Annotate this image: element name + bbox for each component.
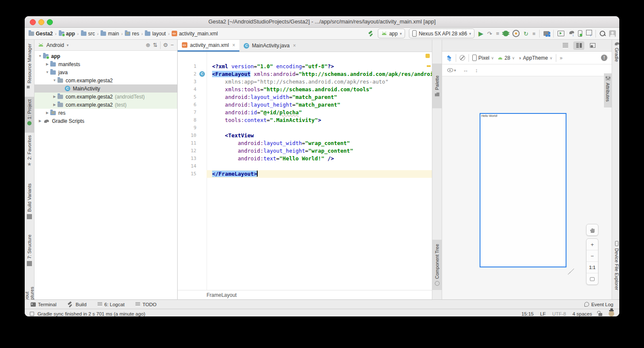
tool-window-button-6-logcat[interactable]: 6: Logcat: [98, 302, 124, 307]
locate-file-icon[interactable]: ⊕: [146, 42, 150, 48]
line-number[interactable]: 10: [178, 132, 207, 139]
resize-icon[interactable]: ↕: [475, 67, 478, 73]
tool-stripe-build-variants[interactable]: Build Variants: [25, 183, 34, 228]
line-number[interactable]: 6: [178, 101, 207, 109]
tree-item-com-example-gesta2[interactable]: ▼com.example.gesta2: [34, 76, 177, 84]
tree-item-app[interactable]: ▼app: [34, 52, 177, 60]
tool-window-button-terminal[interactable]: Terminal: [31, 302, 56, 307]
search-everywhere-icon[interactable]: [600, 31, 605, 36]
collapse-all-icon[interactable]: ⇅: [153, 42, 158, 48]
build-hammer-icon[interactable]: [368, 31, 374, 37]
canvas-resize-handle[interactable]: [568, 267, 575, 274]
line-number[interactable]: 14: [178, 162, 207, 170]
editor-breadcrumb[interactable]: FrameLayout: [178, 290, 432, 299]
tree-collapsed-icon[interactable]: ▶: [44, 62, 50, 66]
breadcrumb-item[interactable]: Gesta2: [29, 31, 53, 37]
close-icon[interactable]: ×: [232, 42, 235, 48]
code-line[interactable]: [207, 124, 432, 132]
line-number[interactable]: 15: [178, 170, 207, 178]
unlock-icon[interactable]: [598, 313, 602, 316]
gradle-sync-icon[interactable]: ↓: [568, 30, 574, 37]
apply-code-changes-icon[interactable]: ↻: [523, 30, 529, 37]
line-number[interactable]: 2C: [178, 70, 207, 78]
theme-picker[interactable]: ◑ AppTheme ∨: [518, 55, 553, 61]
line-number[interactable]: 7: [178, 109, 207, 116]
preview-canvas[interactable]: Hello World!: [480, 113, 566, 267]
indent-setting[interactable]: 4 spaces: [572, 311, 592, 316]
project-view-selector[interactable]: Android: [46, 42, 64, 48]
code-line[interactable]: android:layout_width="match_parent": [207, 93, 432, 101]
warning-marker[interactable]: [427, 65, 431, 67]
inspection-profile-icon[interactable]: [609, 311, 614, 316]
gear-icon[interactable]: ⚙: [163, 42, 168, 48]
tree-collapsed-icon[interactable]: ▶: [52, 103, 58, 107]
code-line[interactable]: tools:context=".MainActivity">: [207, 116, 432, 124]
line-number[interactable]: 11: [178, 139, 207, 147]
line-number[interactable]: 12: [178, 147, 207, 155]
palette-tab[interactable]: Palette: [432, 64, 442, 108]
code-line[interactable]: android:layout_height="wrap_content": [207, 147, 432, 155]
tool-window-button-todo[interactable]: TODO: [135, 302, 156, 307]
design-view-button[interactable]: [587, 41, 598, 50]
pan-tool-button[interactable]: [586, 224, 598, 236]
tab-activity-main-xml[interactable]: activity_main.xml ×: [178, 40, 239, 52]
code-pane[interactable]: <?xml version="1.0" encoding="utf-8"?><F…: [207, 52, 432, 290]
code-line[interactable]: android:text="Hello World!" />: [207, 155, 432, 162]
tree-expanded-icon[interactable]: ▼: [44, 70, 50, 74]
layers-icon[interactable]: [446, 55, 452, 61]
zoom-reset-button[interactable]: 1:1: [586, 262, 598, 273]
line-number[interactable]: 5: [178, 93, 207, 101]
code-line[interactable]: android:layout_height="match_parent": [207, 101, 432, 109]
breadcrumb-item[interactable]: activity_main.xml: [172, 31, 218, 37]
inspection-status-icon[interactable]: [426, 54, 430, 58]
tool-stripe-resource-manager[interactable]: Resource Manager: [25, 44, 34, 91]
design-surface-icon[interactable]: [460, 55, 465, 61]
tree-item-com-example-gesta2[interactable]: ▶com.example.gesta2(androidTest): [34, 93, 177, 101]
profile-button[interactable]: [512, 30, 520, 37]
breadcrumb-item[interactable]: layout: [145, 31, 166, 37]
component-tree-tab[interactable]: Component Tree: [432, 240, 442, 290]
apply-changes-icon[interactable]: ≡: [496, 30, 499, 37]
file-encoding[interactable]: UTF-8: [552, 311, 566, 316]
tool-window-button-build[interactable]: Build: [67, 302, 86, 307]
code-line[interactable]: xmlns:app="http://schemas.android.com/ap…: [207, 78, 432, 86]
attributes-tab[interactable]: Attributes: [604, 73, 612, 107]
tree-collapsed-icon[interactable]: ▶: [52, 95, 58, 99]
line-number[interactable]: 1: [178, 63, 207, 70]
device-picker[interactable]: Pixel ∨: [472, 55, 494, 61]
run-device-manager-icon[interactable]: [558, 31, 564, 36]
zoom-in-button[interactable]: +: [586, 239, 598, 250]
gradle-tool-button[interactable]: Gradle: [612, 41, 619, 62]
tree-item-com-example-gesta2[interactable]: ▶com.example.gesta2(test): [34, 101, 177, 109]
code-line[interactable]: [207, 162, 432, 170]
editor-gutter[interactable]: 12C3456789101112131415: [178, 52, 207, 290]
tree-item-gradle-scripts[interactable]: ▶Gradle Scripts: [34, 117, 177, 125]
avd-manager-icon[interactable]: [578, 30, 582, 37]
line-number[interactable]: 9: [178, 124, 207, 132]
zoom-out-button[interactable]: −: [586, 250, 598, 262]
code-editor[interactable]: 12C3456789101112131415 <?xml version="1.…: [178, 52, 432, 290]
sdk-manager-icon[interactable]: ↓: [586, 30, 592, 37]
line-number[interactable]: 8: [178, 116, 207, 124]
hide-panel-icon[interactable]: −: [170, 42, 174, 48]
tree-collapsed-icon[interactable]: ▶: [44, 111, 50, 115]
design-surface[interactable]: Hello World! + − 1:1: [442, 76, 612, 299]
tree-item-java[interactable]: ▼java: [34, 68, 177, 76]
line-ending[interactable]: LF: [540, 311, 546, 316]
code-line[interactable]: <?xml version="1.0" encoding="utf-8"?>: [207, 63, 432, 70]
code-view-button[interactable]: [560, 41, 571, 50]
stop-button[interactable]: ■: [532, 31, 535, 37]
issue-badge[interactable]: !: [601, 55, 607, 61]
tree-expanded-icon[interactable]: ▼: [37, 54, 43, 58]
device-file-explorer-tool-button[interactable]: Device File Explorer: [612, 241, 619, 290]
split-view-button[interactable]: [573, 41, 584, 50]
line-number[interactable]: 13: [178, 155, 207, 162]
debug-button[interactable]: [503, 31, 509, 36]
tree-collapsed-icon[interactable]: ▶: [37, 119, 43, 123]
attach-debugger-icon[interactable]: ↷: [487, 30, 492, 37]
more-actions-icon[interactable]: »: [560, 55, 563, 61]
line-number[interactable]: 3: [178, 78, 207, 86]
run-configuration-select[interactable]: app ▾: [378, 29, 405, 38]
view-options-button[interactable]: ▾: [447, 68, 456, 72]
tree-expanded-icon[interactable]: ▼: [52, 78, 58, 82]
